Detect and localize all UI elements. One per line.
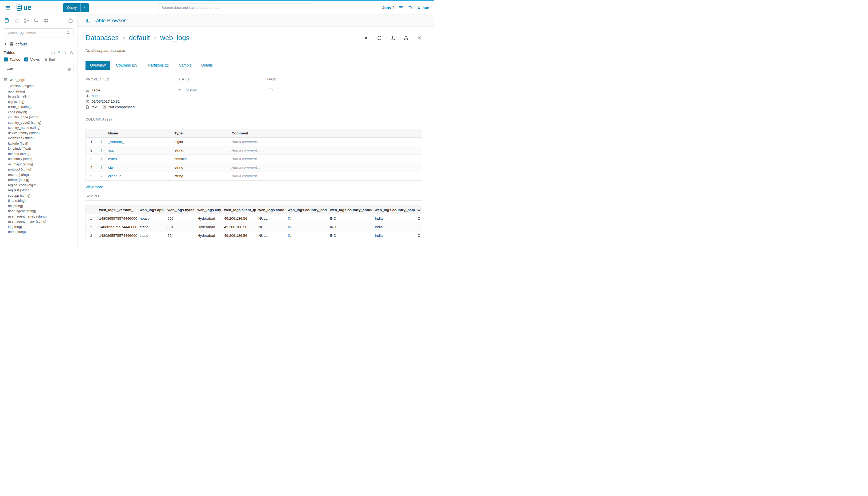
breadcrumb-table-web-logs[interactable]: web_logs — [160, 34, 189, 42]
tables-checkbox[interactable]: ✓ — [4, 58, 8, 61]
close-icon[interactable] — [417, 35, 422, 41]
column-info-button[interactable] — [97, 140, 106, 144]
column-list-item[interactable]: url (string) — [8, 204, 76, 209]
column-list-item[interactable]: os_major (string) — [8, 162, 76, 167]
column-list-item[interactable]: os_family (string) — [8, 157, 76, 162]
query-button[interactable]: Query — [63, 3, 89, 12]
global-search-input[interactable] — [158, 3, 313, 12]
column-list-item[interactable]: country_name (string) — [8, 125, 76, 131]
sitemap-icon[interactable] — [404, 35, 409, 41]
database-back-nav[interactable]: default — [0, 40, 77, 48]
refresh-icon[interactable] — [377, 35, 382, 41]
assist-collections-tab[interactable] — [24, 18, 29, 23]
add-table-icon[interactable] — [63, 51, 67, 55]
execute-query-icon[interactable] — [363, 35, 369, 41]
assist-sql-tab[interactable] — [4, 18, 9, 23]
column-info-button[interactable] — [97, 166, 106, 169]
column-comment-placeholder[interactable]: Add a comment... — [229, 174, 422, 178]
column-list-item[interactable]: device_family (string) — [8, 131, 76, 136]
sidebar-table-web-logs[interactable]: web_logs — [0, 75, 77, 83]
column-row-number: 4 — [86, 166, 97, 169]
sample-row: 3 1480895575574446000 static 594 Hyderab… — [86, 231, 422, 240]
column-list-item[interactable]: country_code (string) — [8, 115, 76, 120]
history-icon[interactable] — [408, 5, 412, 10]
hamburger-menu-button[interactable] — [5, 5, 11, 11]
column-comment-placeholder[interactable]: Add a comment... — [229, 148, 422, 152]
sample-header-cell: web_logs.code — [256, 208, 285, 212]
table-browser-icon — [85, 18, 91, 23]
column-list-item[interactable]: subapp (string) — [8, 193, 76, 199]
column-name-link[interactable]: app — [106, 148, 172, 152]
search-icon[interactable] — [66, 31, 70, 35]
filter-icon[interactable] — [57, 51, 61, 55]
sample-cell-country-name: India — [372, 216, 415, 220]
breadcrumb-database-default[interactable]: default — [129, 34, 150, 42]
assist-apps-tab[interactable] — [44, 18, 49, 23]
column-list-item[interactable]: latitude (float) — [8, 141, 76, 146]
location-link[interactable]: Location — [184, 88, 197, 92]
upload-icon[interactable] — [390, 35, 395, 41]
table-description[interactable]: No description available — [85, 48, 422, 53]
sample-section-heading: SAMPLE — [85, 194, 422, 201]
column-list-item[interactable]: country_code3 (string) — [8, 120, 76, 126]
column-list-item[interactable]: id (string) — [8, 224, 76, 230]
assist-documents-tab[interactable] — [14, 18, 19, 23]
info-icon — [99, 157, 103, 161]
sort-toggle[interactable]: Sort — [44, 58, 55, 61]
column-list-item[interactable]: user_agent_major (string) — [8, 219, 76, 224]
column-list-item[interactable]: city (string) — [8, 99, 76, 105]
tab-columns[interactable]: Columns (29) — [112, 61, 142, 70]
tab-partitions[interactable]: Partitions (2) — [144, 61, 173, 70]
column-info-button[interactable] — [97, 157, 106, 161]
column-list-item[interactable]: region_code (bigint) — [8, 183, 76, 188]
assist-search-tab[interactable] — [34, 18, 39, 23]
column-info-button[interactable] — [97, 149, 106, 152]
sample-cell-country-code: IN — [285, 216, 327, 220]
column-name-link[interactable]: bytes — [106, 157, 172, 161]
column-list-item[interactable]: bytes (smallint) — [8, 94, 76, 99]
column-list-item[interactable]: code (tinyint) — [8, 110, 76, 115]
clear-filter-icon[interactable] — [67, 67, 71, 71]
tab-overview[interactable]: Overview — [85, 61, 110, 70]
query-dropdown-caret[interactable] — [80, 3, 89, 12]
breadcrumb-databases[interactable]: Databases — [85, 34, 119, 42]
active-database-name: default — [16, 42, 27, 46]
table-filter-input[interactable] — [7, 67, 67, 71]
column-list-item[interactable]: protocol (string) — [8, 167, 76, 172]
refresh-icon[interactable] — [70, 51, 74, 55]
jobs-link[interactable]: Jobs — [382, 5, 391, 10]
column-name-link[interactable]: city — [106, 166, 172, 169]
column-list-item[interactable]: request (string) — [8, 188, 76, 193]
hue-logo[interactable]: ue — [16, 3, 31, 12]
view-more-link[interactable]: View more... — [85, 185, 422, 189]
views-checkbox[interactable]: ✓ — [24, 58, 28, 61]
column-comment-placeholder[interactable]: Add a comment... — [229, 140, 422, 144]
column-name-link[interactable]: _version_ — [106, 140, 172, 144]
column-list-item[interactable]: extension (string) — [8, 136, 76, 141]
column-list-item[interactable]: client_ip (string) — [8, 105, 76, 110]
sliders-icon[interactable] — [399, 5, 404, 10]
column-list-item[interactable]: longitude (float) — [8, 146, 76, 152]
user-menu[interactable]: hue — [417, 5, 429, 10]
column-list-item[interactable]: date (string) — [8, 230, 76, 235]
properties-heading: PROPERTIES — [85, 77, 168, 84]
assist-functions-tab[interactable] — [68, 18, 73, 23]
column-list-item[interactable]: record (string) — [8, 172, 76, 178]
tab-sample[interactable]: Sample — [175, 61, 195, 70]
property-type-value: Table — [92, 88, 100, 92]
column-info-button[interactable] — [97, 174, 106, 178]
column-list-item[interactable]: referer (string) — [8, 177, 76, 183]
column-list-item[interactable]: user_agent_family (string) — [8, 214, 76, 219]
tab-details[interactable]: Details — [198, 61, 216, 70]
column-list-item[interactable]: _version_ (bigint) — [8, 84, 76, 89]
column-comment-placeholder[interactable]: Add a comment... — [229, 157, 422, 161]
sample-header-cell: web_logs.country_name — [372, 208, 415, 212]
column-list-item[interactable]: method (string) — [8, 152, 76, 157]
sample-cell-city: Hyderabad — [195, 225, 221, 229]
sql-tables-search-input[interactable] — [7, 31, 66, 35]
column-name-link[interactable]: client_ip — [106, 174, 172, 178]
column-list-item[interactable]: user_agent (string) — [8, 209, 76, 214]
column-list-item[interactable]: app (string) — [8, 89, 76, 94]
column-comment-placeholder[interactable]: Add a comment... — [229, 166, 422, 169]
column-list-item[interactable]: time (string) — [8, 198, 76, 204]
